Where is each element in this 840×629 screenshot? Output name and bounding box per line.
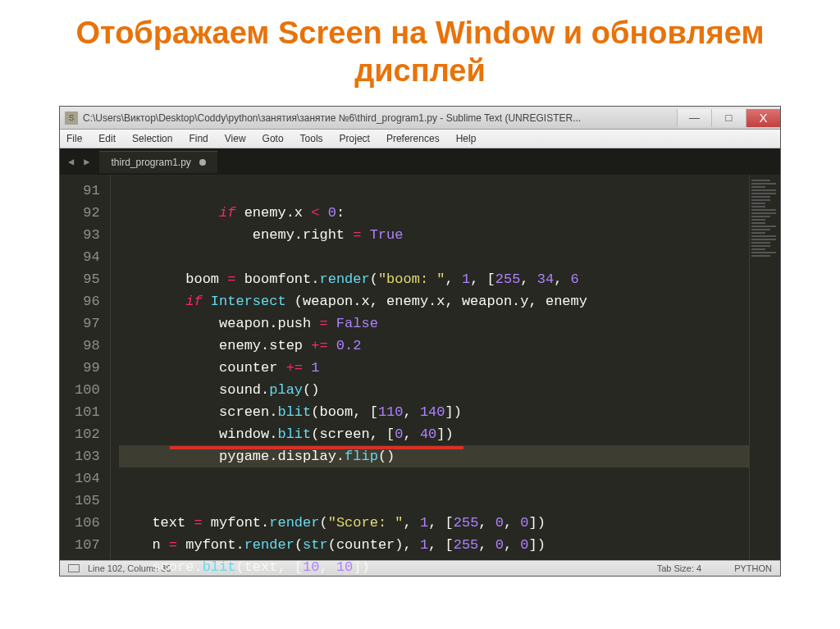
menu-goto[interactable]: Goto: [259, 131, 287, 146]
status-syntax[interactable]: PYTHON: [734, 563, 772, 573]
maximize-button[interactable]: □: [711, 109, 746, 127]
tab-nav-next[interactable]: ▶: [79, 156, 94, 168]
menu-tools[interactable]: Tools: [297, 131, 326, 146]
tabbar: ◀ ▶ third_program1.py: [60, 148, 780, 175]
menu-edit[interactable]: Edit: [95, 131, 119, 146]
menu-project[interactable]: Project: [336, 131, 373, 146]
close-button[interactable]: X: [746, 109, 780, 127]
menu-find[interactable]: Find: [185, 131, 211, 146]
minimap[interactable]: [749, 175, 780, 560]
tab-label: third_program1.py: [111, 157, 190, 168]
menu-help[interactable]: Help: [453, 131, 480, 146]
tab-nav-prev[interactable]: ◀: [63, 156, 79, 168]
tab-active[interactable]: third_program1.py: [99, 151, 217, 173]
menu-view[interactable]: View: [221, 131, 249, 146]
tab-dirty-icon: [199, 159, 206, 166]
menu-file[interactable]: File: [63, 131, 85, 146]
minimize-button[interactable]: —: [677, 109, 711, 127]
menu-preferences[interactable]: Preferences: [383, 131, 443, 146]
window-titlebar: S C:\Users\Виктор\Desktop\Coddy\python\з…: [60, 107, 780, 130]
window-title: C:\Users\Виктор\Desktop\Coddy\python\зан…: [83, 112, 677, 124]
slide-title: Отображаем Screen на Window и обновляем …: [0, 0, 840, 99]
menu-selection[interactable]: Selection: [129, 131, 176, 146]
code-content[interactable]: if enemy.x < 0: enemy.right = True boom …: [111, 175, 749, 560]
highlight-underline: [170, 446, 463, 449]
code-area[interactable]: 919293 949596 979899 100101102 103104105…: [60, 175, 780, 560]
panel-icon[interactable]: [68, 564, 80, 572]
status-tabsize[interactable]: Tab Size: 4: [657, 563, 701, 573]
editor-window: S C:\Users\Виктор\Desktop\Coddy\python\з…: [59, 106, 781, 577]
line-gutter: 919293 949596 979899 100101102 103104105…: [60, 175, 111, 560]
menubar: File Edit Selection Find View Goto Tools…: [60, 130, 780, 148]
app-icon: S: [65, 112, 78, 125]
